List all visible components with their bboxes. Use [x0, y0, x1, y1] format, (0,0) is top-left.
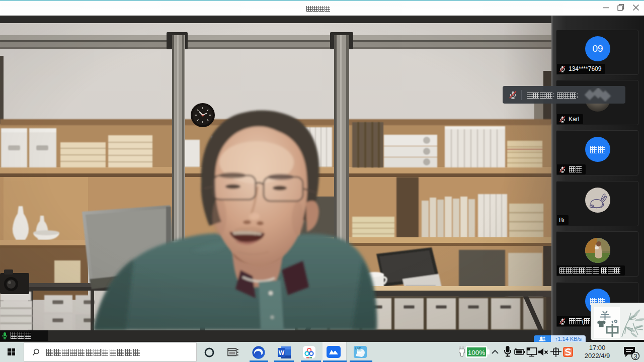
svg-text:W: W [279, 349, 285, 356]
svg-text:3: 3 [634, 353, 637, 360]
svg-text:100%: 100% [468, 349, 486, 356]
svg-text:LIVE: LIVE [355, 347, 361, 350]
